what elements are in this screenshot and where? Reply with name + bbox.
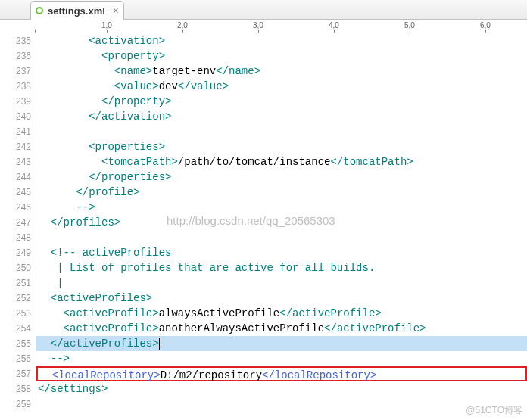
code-line: <properties> — [36, 139, 527, 154]
line-number: 250 — [0, 260, 31, 275]
line-gutter: 2352362372382392402412422432442452462472… — [0, 33, 36, 412]
code-line: <!-- activeProfiles — [36, 245, 527, 260]
line-number: 244 — [0, 170, 31, 185]
code-area[interactable]: <activation> <property> <name>target-env… — [36, 33, 527, 412]
ruler-tick: 5,0 — [404, 21, 415, 30]
code-line: | List of profiles that are active for a… — [36, 260, 527, 275]
caret-icon — [159, 338, 160, 350]
circle-icon — [36, 7, 43, 14]
line-number: 248 — [0, 230, 31, 245]
line-number: 241 — [0, 124, 31, 139]
line-number: 255 — [0, 336, 31, 351]
ruler-tick: 6,0 — [480, 21, 491, 30]
tab-bar: settings.xml × — [0, 0, 527, 20]
line-number: 253 — [0, 306, 31, 321]
code-line: --> — [36, 200, 527, 215]
line-number: 252 — [0, 291, 31, 306]
line-number: 258 — [0, 381, 31, 397]
code-line-selected: </activeProfiles> — [36, 336, 527, 351]
code-line — [36, 124, 527, 139]
code-line: <activeProfile>anotherAlwaysActiveProfil… — [36, 321, 527, 336]
line-number: 235 — [0, 33, 31, 48]
line-number: 239 — [0, 94, 31, 109]
line-number: 249 — [0, 245, 31, 260]
code-line: </property> — [36, 94, 527, 109]
code-line: <activation> — [36, 33, 527, 48]
editor-tab[interactable]: settings.xml × — [30, 1, 124, 20]
code-line: <activeProfile>alwaysActiveProfile</acti… — [36, 306, 527, 321]
ruler-tick: 3,0 — [253, 21, 264, 30]
line-number: 243 — [0, 154, 31, 170]
code-line: | — [36, 275, 527, 291]
line-number: 242 — [0, 139, 31, 154]
close-icon[interactable]: × — [113, 5, 119, 17]
watermark-corner: @51CTO博客 — [466, 404, 522, 417]
code-line: <activeProfiles> — [36, 291, 527, 306]
code-line: <property> — [36, 48, 527, 64]
code-line: <name>target-env</name> — [36, 64, 527, 79]
ruler-tick: 4,0 — [329, 21, 339, 30]
code-line: </profile> — [36, 185, 527, 200]
line-number: 247 — [0, 215, 31, 230]
editor-area[interactable]: 2352362372382392402412422432442452462472… — [0, 33, 527, 412]
line-number: 251 — [0, 275, 31, 291]
code-line: </properties> — [36, 170, 527, 185]
ruler-tick: 2,0 — [177, 21, 188, 30]
code-line — [36, 397, 527, 412]
code-line: <tomcatPath>/path/to/tomcat/instance</to… — [36, 154, 527, 170]
line-number: 236 — [0, 48, 31, 64]
tab-filename: settings.xml — [48, 5, 105, 17]
code-line: --> — [36, 351, 527, 366]
ruler: 1,0 2,0 3,0 4,0 5,0 6,0 — [36, 20, 527, 33]
line-number: 245 — [0, 185, 31, 200]
line-number: 237 — [0, 64, 31, 79]
line-number: 254 — [0, 321, 31, 336]
line-number: 238 — [0, 79, 31, 94]
line-number: 259 — [0, 397, 31, 412]
code-line — [36, 230, 527, 245]
code-line: </settings> — [36, 381, 527, 397]
ruler-tick: 1,0 — [101, 21, 112, 30]
code-line: </profiles> — [36, 215, 527, 230]
code-line-highlighted: <localRepository>D:/m2/repository</local… — [36, 366, 527, 381]
line-number: 246 — [0, 200, 31, 215]
code-line: <value>dev</value> — [36, 79, 527, 94]
line-number: 240 — [0, 109, 31, 124]
code-line: </activation> — [36, 109, 527, 124]
line-number: 256 — [0, 351, 31, 366]
line-number: 257 — [0, 366, 31, 381]
